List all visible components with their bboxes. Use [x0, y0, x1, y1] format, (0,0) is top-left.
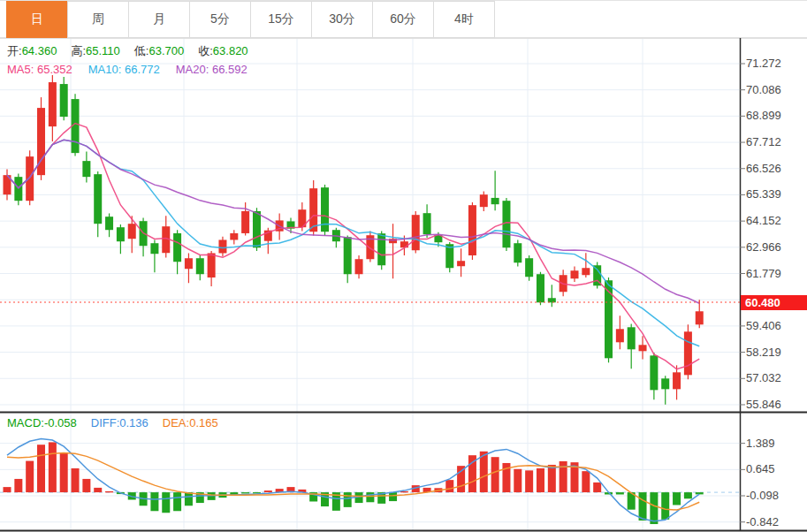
- kline-chart[interactable]: [0, 0, 807, 532]
- kline-app-window: 日 周 月 5分 15分 30分 60分 4时 开:64.360 高:65.11…: [0, 0, 807, 532]
- tab-week[interactable]: 周: [67, 1, 129, 38]
- tab-30min[interactable]: 30分: [311, 1, 373, 38]
- tab-4hour[interactable]: 4时: [433, 1, 495, 38]
- timeframe-toolbar: 日 周 月 5分 15分 30分 60分 4时: [0, 0, 807, 38]
- tab-5min[interactable]: 5分: [189, 1, 251, 38]
- tab-15min[interactable]: 15分: [250, 1, 312, 38]
- tab-month[interactable]: 月: [128, 1, 190, 38]
- tab-60min[interactable]: 60分: [372, 1, 434, 38]
- tab-day[interactable]: 日: [6, 1, 68, 38]
- last-price-badge: 60.480: [741, 295, 807, 310]
